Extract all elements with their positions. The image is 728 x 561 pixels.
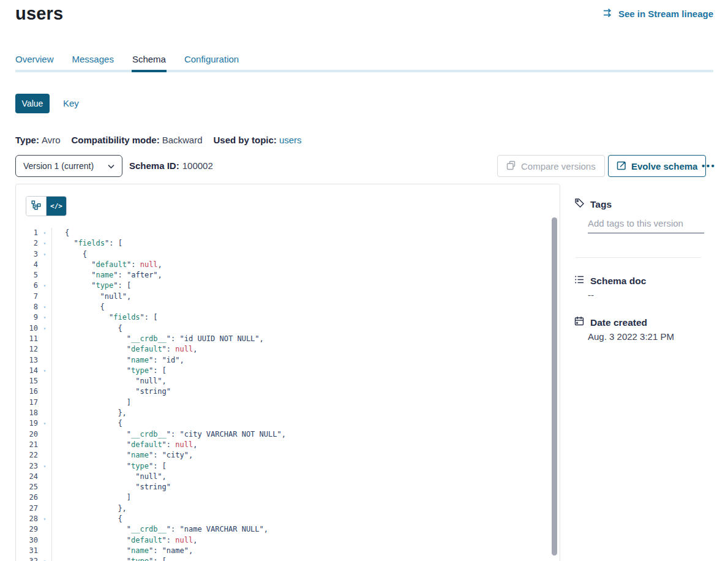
- code-text: "name": "id",: [51, 355, 551, 366]
- compatibility-label: Compatibility mode:: [71, 135, 159, 145]
- code-line: 24"null",: [16, 472, 551, 482]
- collapse-arrow-icon[interactable]: ▾: [38, 366, 51, 376]
- collapse-arrow-icon[interactable]: ▾: [38, 249, 51, 260]
- chevron-down-icon: [108, 161, 114, 171]
- date-created-section-header: Date created: [574, 316, 647, 329]
- line-number: 17: [16, 397, 38, 408]
- collapse-arrow-icon[interactable]: ▾: [38, 514, 51, 524]
- collapse-arrow-spacer: [38, 376, 51, 386]
- line-number: 24: [16, 472, 38, 482]
- code-text: "type": [: [51, 556, 551, 561]
- code-line: 1▾{: [16, 228, 551, 238]
- code-text: "default": null,: [51, 440, 551, 450]
- code-text: "null",: [51, 292, 551, 302]
- collapse-arrow-icon[interactable]: ▾: [38, 323, 51, 334]
- tree-view-button[interactable]: [26, 197, 47, 216]
- line-number: 6: [16, 280, 38, 291]
- code-text: "fields": [: [51, 312, 551, 323]
- code-text: "fields": [: [51, 238, 551, 249]
- code-text: "default": null,: [51, 535, 551, 546]
- more-options-button[interactable]: •••: [702, 154, 716, 176]
- line-number: 27: [16, 503, 38, 514]
- code-line: 31"name": "name",: [16, 546, 551, 556]
- collapse-arrow-icon[interactable]: ▾: [38, 461, 51, 472]
- code-line: 7"null",: [16, 292, 551, 302]
- code-line: 8▾{: [16, 302, 551, 312]
- code-text: "null",: [51, 472, 551, 482]
- code-line: 9▾"fields": [: [16, 312, 551, 323]
- sidebar-divider: [576, 257, 701, 258]
- collapse-arrow-spacer: [38, 472, 51, 482]
- code-view-button[interactable]: </>: [47, 197, 66, 216]
- line-number: 23: [16, 461, 38, 472]
- line-number: 21: [16, 440, 38, 450]
- list-icon: [574, 274, 585, 287]
- line-number: 28: [16, 514, 38, 524]
- tab-configuration[interactable]: Configuration: [184, 54, 239, 64]
- collapse-arrow-icon[interactable]: ▾: [38, 312, 51, 323]
- schema-view-toggle: </>: [26, 196, 67, 216]
- evolve-schema-button[interactable]: Evolve schema: [608, 155, 706, 177]
- collapse-arrow-spacer: [38, 386, 51, 397]
- key-toggle-button[interactable]: Key: [63, 94, 79, 113]
- collapse-arrow-icon[interactable]: ▾: [38, 280, 51, 291]
- line-number: 20: [16, 429, 38, 440]
- date-created-value: Aug. 3 2022 3:21 PM: [588, 331, 674, 342]
- collapse-arrow-icon[interactable]: ▾: [38, 418, 51, 429]
- scrollbar-thumb[interactable]: [552, 217, 557, 555]
- stream-lineage-link[interactable]: See in Stream lineage: [603, 9, 713, 19]
- compatibility-field: Compatibility mode:Backward: [71, 135, 202, 145]
- tab-schema[interactable]: Schema: [132, 54, 166, 64]
- code-line: 18},: [16, 408, 551, 418]
- code-line: 13"name": "id",: [16, 355, 551, 366]
- code-line: 17]: [16, 397, 551, 408]
- code-line: 23▾"type": [: [16, 461, 551, 472]
- line-number: 18: [16, 408, 38, 418]
- code-line: 29"__crdb__": "name VARCHAR NULL",: [16, 524, 551, 535]
- code-text: "type": [: [51, 461, 551, 472]
- collapse-arrow-spacer: [38, 482, 51, 492]
- code-line: 25"string": [16, 482, 551, 492]
- code-line: 19▾{: [16, 418, 551, 429]
- collapse-arrow-spacer: [38, 535, 51, 546]
- tab-overview[interactable]: Overview: [15, 54, 54, 64]
- tag-icon: [574, 198, 585, 211]
- line-number: 16: [16, 386, 38, 397]
- compare-versions-button[interactable]: Compare versions: [497, 155, 605, 177]
- collapse-arrow-spacer: [38, 355, 51, 366]
- code-text: "string": [51, 482, 551, 492]
- collapse-arrow-icon[interactable]: ▾: [38, 228, 51, 238]
- tags-title: Tags: [590, 199, 612, 210]
- code-line: 12"default": null,: [16, 344, 551, 355]
- collapse-arrow-icon[interactable]: ▾: [38, 556, 51, 561]
- code-text: "type": [: [51, 280, 551, 291]
- stream-lineage-label: See in Stream lineage: [618, 9, 713, 19]
- code-line: 28▾{: [16, 514, 551, 524]
- code-text: {: [51, 323, 551, 334]
- schema-code-panel: </> 1▾{2▾"fields": [3▾{4"default": null,…: [15, 184, 560, 561]
- code-line: 6▾"type": [: [16, 280, 551, 291]
- collapse-arrow-icon[interactable]: ▾: [38, 302, 51, 312]
- line-number: 32: [16, 556, 38, 561]
- value-toggle-button[interactable]: Value: [15, 94, 50, 113]
- code-view-icon: </>: [50, 202, 62, 210]
- code-line: 3▾{: [16, 249, 551, 260]
- line-number: 13: [16, 355, 38, 366]
- collapse-arrow-spacer: [38, 429, 51, 440]
- collapse-arrow-spacer: [38, 334, 51, 344]
- version-select[interactable]: Version 1 (current): [15, 155, 122, 177]
- tab-messages[interactable]: Messages: [72, 54, 114, 64]
- type-field: Type:Avro: [15, 135, 60, 145]
- topic-link[interactable]: users: [279, 135, 302, 145]
- code-line: 4"default": null,: [16, 260, 551, 270]
- stream-lineage-icon: [603, 9, 614, 19]
- code-text: {: [51, 249, 551, 260]
- tags-input[interactable]: [588, 218, 704, 233]
- code-text: "__crdb__": "id UUID NOT NULL",: [51, 334, 551, 344]
- code-text: "__crdb__": "name VARCHAR NULL",: [51, 524, 551, 535]
- collapse-arrow-icon[interactable]: ▾: [38, 238, 51, 249]
- code-text: {: [51, 228, 551, 238]
- line-number: 7: [16, 292, 38, 302]
- line-number: 1: [16, 228, 38, 238]
- page-title: users: [15, 4, 63, 24]
